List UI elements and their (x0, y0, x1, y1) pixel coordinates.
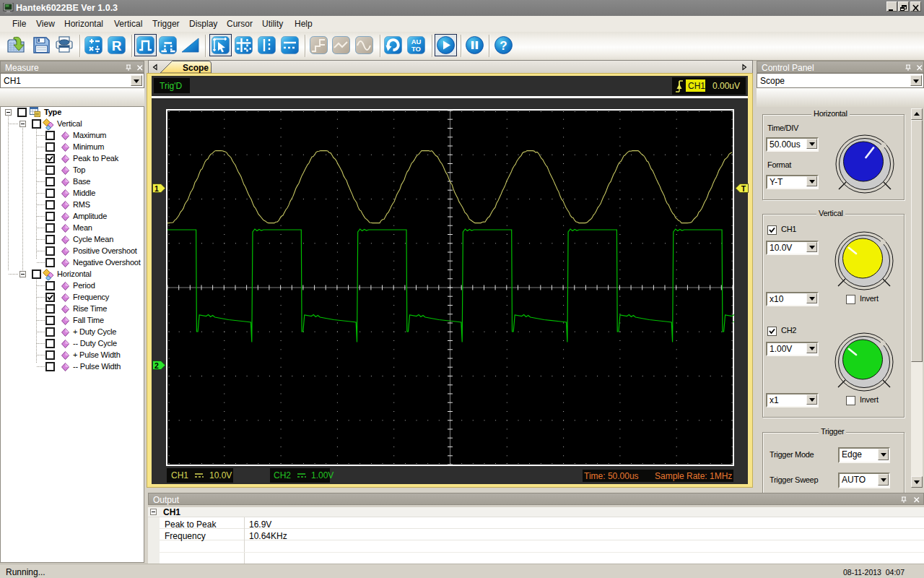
svg-text:R: R (112, 38, 122, 53)
svg-text:T: T (741, 184, 746, 193)
svg-text:2: 2 (154, 361, 159, 370)
svg-text:1: 1 (154, 184, 159, 193)
svg-text:?: ? (500, 39, 507, 53)
svg-text:TO: TO (411, 45, 421, 53)
